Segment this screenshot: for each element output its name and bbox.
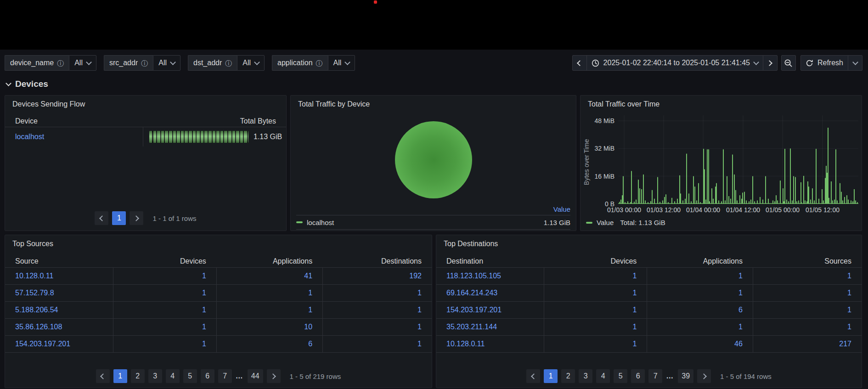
address-link[interactable]: 5.188.206.54: [15, 306, 58, 314]
count-link[interactable]: 1: [417, 306, 422, 314]
count-link[interactable]: 1: [632, 323, 637, 331]
count-link[interactable]: 6: [308, 340, 312, 348]
count-link[interactable]: 1: [738, 289, 743, 297]
count-link[interactable]: 1: [202, 289, 206, 297]
count-link[interactable]: 1: [417, 289, 422, 297]
legend-value-header[interactable]: Value: [296, 203, 570, 215]
page-button[interactable]: 1: [544, 369, 558, 383]
count-link[interactable]: 1: [202, 340, 206, 348]
time-shift-back-button[interactable]: [572, 55, 587, 71]
page-prev-button[interactable]: [95, 211, 108, 225]
device-link[interactable]: localhost: [15, 133, 44, 141]
count-link[interactable]: 1: [632, 289, 637, 297]
count-link[interactable]: 6: [738, 306, 743, 314]
count-link[interactable]: 1: [738, 323, 743, 331]
address-link[interactable]: 118.123.105.105: [446, 272, 501, 280]
count-link[interactable]: 1: [847, 272, 851, 280]
column-header-applications[interactable]: Applications: [216, 257, 322, 265]
page-button[interactable]: 1: [112, 211, 126, 225]
count-link[interactable]: 1: [847, 323, 851, 331]
page-button[interactable]: 6: [201, 369, 214, 383]
count-link[interactable]: 1: [417, 323, 422, 331]
count-link[interactable]: 1: [202, 272, 206, 280]
page-button[interactable]: 4: [596, 369, 610, 383]
variable-value-dropdown[interactable]: All: [69, 55, 96, 71]
info-icon[interactable]: ⓘ: [225, 60, 232, 67]
refresh-interval-dropdown[interactable]: [848, 55, 862, 71]
panel-title[interactable]: Devices Sending Flow: [12, 100, 85, 108]
page-button[interactable]: 6: [631, 369, 645, 383]
pie-chart[interactable]: [395, 121, 472, 198]
count-link[interactable]: 1: [417, 340, 422, 348]
count-link[interactable]: 1: [847, 289, 851, 297]
count-link[interactable]: 46: [734, 340, 743, 348]
count-link[interactable]: 1: [738, 272, 743, 280]
count-link[interactable]: 1: [308, 289, 312, 297]
page-button[interactable]: 7: [648, 369, 662, 383]
column-header-devices[interactable]: Devices: [544, 257, 647, 265]
page-button[interactable]: 2: [561, 369, 575, 383]
panel-title[interactable]: Top Sources: [12, 240, 53, 248]
variable-label[interactable]: dst_addrⓘ: [188, 55, 237, 71]
page-button[interactable]: 3: [148, 369, 162, 383]
page-button[interactable]: 5: [614, 369, 627, 383]
variable-value-dropdown[interactable]: All: [153, 55, 180, 71]
count-link[interactable]: 1: [202, 306, 206, 314]
info-icon[interactable]: ⓘ: [316, 60, 323, 67]
address-link[interactable]: 154.203.197.201: [446, 306, 502, 314]
column-header-applications[interactable]: Applications: [647, 257, 753, 265]
column-header-devices[interactable]: Devices: [113, 257, 216, 265]
variable-value-dropdown[interactable]: All: [328, 55, 355, 71]
column-header-destination[interactable]: Destination: [436, 257, 544, 265]
count-link[interactable]: 192: [409, 272, 422, 280]
variable-value-dropdown[interactable]: All: [237, 55, 265, 71]
page-button[interactable]: 3: [579, 369, 592, 383]
variable-label[interactable]: device_nameⓘ: [5, 55, 69, 71]
address-link[interactable]: 69.164.214.243: [446, 289, 497, 297]
zoom-out-button[interactable]: [781, 55, 796, 71]
column-header-sources[interactable]: Sources: [753, 257, 862, 265]
address-link[interactable]: 10.128.0.11: [446, 340, 485, 348]
address-link[interactable]: 154.203.197.201: [15, 340, 70, 348]
column-header-total-bytes[interactable]: Total Bytes: [240, 117, 276, 125]
count-link[interactable]: 1: [847, 306, 851, 314]
count-link[interactable]: 1: [308, 306, 312, 314]
page-button[interactable]: 4: [166, 369, 180, 383]
page-next-button[interactable]: [267, 369, 281, 383]
info-icon[interactable]: ⓘ: [57, 60, 64, 67]
page-button-last[interactable]: 39: [678, 369, 693, 383]
column-header-destinations[interactable]: Destinations: [322, 257, 432, 265]
info-icon[interactable]: ⓘ: [141, 60, 148, 67]
legend-item[interactable]: localhost 1.13 GiB: [296, 215, 570, 230]
page-prev-button[interactable]: [96, 369, 110, 383]
page-button[interactable]: 2: [131, 369, 145, 383]
address-link[interactable]: 35.203.211.144: [446, 323, 497, 331]
count-link[interactable]: 1: [202, 323, 206, 331]
column-header-device[interactable]: Device: [15, 117, 38, 125]
count-link[interactable]: 1: [632, 340, 637, 348]
variable-label[interactable]: applicationⓘ: [272, 55, 328, 71]
page-button-last[interactable]: 44: [248, 369, 263, 383]
count-link[interactable]: 1: [632, 272, 637, 280]
page-button[interactable]: 5: [183, 369, 197, 383]
time-shift-forward-button[interactable]: [763, 55, 778, 71]
section-devices[interactable]: Devices: [6, 79, 48, 89]
refresh-button[interactable]: Refresh: [800, 55, 848, 71]
page-button[interactable]: 7: [218, 369, 232, 383]
time-series-chart[interactable]: 0 B16 MiB32 MiB48 MiB01/03 00:0001/03 12…: [581, 96, 862, 231]
count-link[interactable]: 217: [839, 340, 851, 348]
variable-label[interactable]: src_addrⓘ: [104, 55, 153, 71]
page-next-button[interactable]: [130, 211, 143, 225]
count-link[interactable]: 10: [304, 323, 312, 331]
panel-title[interactable]: Top Destinations: [444, 240, 498, 248]
page-prev-button[interactable]: [526, 369, 540, 383]
address-link[interactable]: 57.152.79.8: [15, 289, 54, 297]
column-header-source[interactable]: Source: [5, 257, 113, 265]
page-button[interactable]: 1: [113, 369, 127, 383]
address-link[interactable]: 35.86.126.108: [15, 323, 62, 331]
legend-series-name[interactable]: Value: [597, 219, 614, 226]
address-link[interactable]: 10.128.0.11: [15, 272, 53, 280]
count-link[interactable]: 41: [304, 272, 312, 280]
panel-title[interactable]: Total Traffic by Device: [298, 100, 370, 108]
page-next-button[interactable]: [697, 369, 711, 383]
